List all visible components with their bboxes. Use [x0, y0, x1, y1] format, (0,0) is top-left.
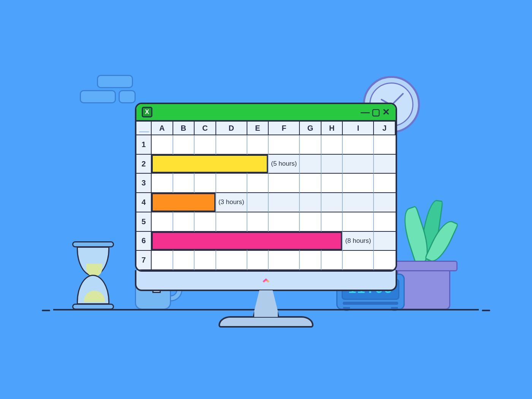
cell[interactable] [343, 212, 374, 232]
cell[interactable] [152, 251, 173, 270]
cell[interactable] [374, 212, 396, 232]
cell[interactable] [195, 155, 216, 174]
cell[interactable] [343, 135, 374, 155]
cell[interactable] [300, 212, 321, 232]
cell[interactable] [343, 155, 374, 174]
cell[interactable] [152, 155, 173, 174]
gantt-bar-segment [172, 155, 195, 173]
row-header[interactable]: 5 [136, 212, 152, 232]
cell[interactable] [152, 193, 173, 212]
cell[interactable] [321, 193, 343, 212]
cell[interactable] [269, 232, 300, 251]
cell[interactable] [152, 174, 173, 193]
gantt-bar-segment [152, 232, 174, 250]
cell[interactable] [374, 251, 396, 270]
cell[interactable] [173, 212, 195, 232]
cell[interactable] [152, 135, 173, 155]
cell[interactable] [321, 155, 343, 174]
cell[interactable] [216, 251, 247, 270]
cell[interactable] [300, 135, 321, 155]
cell[interactable] [374, 155, 396, 174]
row-header[interactable]: 6 [136, 232, 152, 251]
cell[interactable]: (3 hours) [216, 193, 247, 212]
row-header[interactable]: 2 [136, 155, 152, 174]
cell[interactable] [173, 135, 195, 155]
cell[interactable] [173, 174, 195, 193]
cell[interactable] [195, 232, 216, 251]
cell[interactable] [216, 232, 247, 251]
column-header[interactable]: D [216, 122, 247, 135]
column-header[interactable]: C [195, 122, 216, 135]
row-header[interactable]: 7 [136, 251, 152, 270]
cell[interactable] [300, 232, 321, 251]
cell[interactable] [195, 212, 216, 232]
cell[interactable] [173, 155, 195, 174]
cell[interactable] [343, 174, 374, 193]
cell[interactable] [247, 193, 269, 212]
cell[interactable] [173, 193, 195, 212]
cell[interactable] [173, 251, 195, 270]
illustration-scene: 11:05 X — ▢ ✕ ABCDEFGHIJ12(5 hours)34(3 … [68, 66, 464, 332]
wall-brick [97, 75, 133, 88]
spreadsheet-window: X — ▢ ✕ ABCDEFGHIJ12(5 hours)34(3 hours)… [135, 103, 397, 272]
cell[interactable] [216, 135, 247, 155]
cell[interactable] [321, 212, 343, 232]
column-header[interactable]: I [343, 122, 374, 135]
row-header[interactable]: 4 [136, 193, 152, 212]
row-header[interactable]: 3 [136, 174, 152, 193]
cell[interactable] [269, 174, 300, 193]
cell[interactable] [269, 212, 300, 232]
cell[interactable] [152, 212, 173, 232]
maximize-button[interactable]: ▢ [372, 109, 381, 116]
cell[interactable] [216, 174, 247, 193]
cell[interactable] [247, 155, 269, 174]
monitor: X — ▢ ✕ ABCDEFGHIJ12(5 hours)34(3 hours)… [135, 103, 397, 328]
close-button[interactable]: ✕ [382, 109, 390, 116]
cell[interactable] [247, 251, 269, 270]
cell[interactable] [247, 212, 269, 232]
cell[interactable] [300, 174, 321, 193]
column-header[interactable]: B [173, 122, 195, 135]
minimize-button[interactable]: — [361, 109, 370, 116]
hourglass-icon [72, 241, 114, 310]
cell[interactable] [343, 251, 374, 270]
cell[interactable] [374, 135, 396, 155]
cell[interactable] [343, 193, 374, 212]
gantt-bar-segment [299, 232, 322, 250]
cell[interactable] [173, 232, 195, 251]
column-header[interactable]: F [269, 122, 300, 135]
cell[interactable] [374, 174, 396, 193]
cell[interactable] [374, 193, 396, 212]
cell[interactable] [300, 155, 321, 174]
spreadsheet-grid[interactable]: ABCDEFGHIJ12(5 hours)34(3 hours)56(8 hou… [136, 122, 396, 270]
cell[interactable] [269, 251, 300, 270]
cell[interactable]: (8 hours) [343, 232, 374, 251]
cell[interactable] [216, 212, 247, 232]
cell[interactable] [216, 155, 247, 174]
cell[interactable] [300, 193, 321, 212]
cell[interactable] [321, 251, 343, 270]
column-header[interactable]: G [300, 122, 321, 135]
cell[interactable] [247, 174, 269, 193]
corner-cell [136, 122, 152, 135]
cell[interactable] [321, 232, 343, 251]
cell[interactable] [195, 135, 216, 155]
cell[interactable] [374, 232, 396, 251]
cell[interactable] [195, 174, 216, 193]
row-header[interactable]: 1 [136, 135, 152, 155]
cell[interactable] [195, 193, 216, 212]
column-header[interactable]: E [247, 122, 269, 135]
column-header[interactable]: H [321, 122, 343, 135]
cell[interactable] [321, 135, 343, 155]
cell[interactable] [247, 135, 269, 155]
column-header[interactable]: J [374, 122, 396, 135]
cell[interactable] [269, 135, 300, 155]
cell[interactable] [152, 232, 173, 251]
cell[interactable] [269, 193, 300, 212]
cell[interactable] [247, 232, 269, 251]
cell[interactable]: (5 hours) [269, 155, 300, 174]
cell[interactable] [195, 251, 216, 270]
cell[interactable] [321, 174, 343, 193]
gantt-bar-segment [152, 193, 174, 212]
cell[interactable] [300, 251, 321, 270]
